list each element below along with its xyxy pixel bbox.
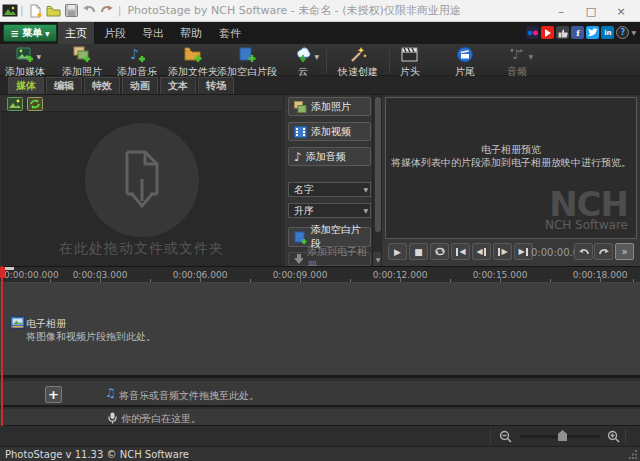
expand-button[interactable]: » [615, 243, 634, 260]
dropdown-arrow-icon[interactable]: ▼ [631, 29, 636, 36]
add-photos-icon [73, 46, 91, 67]
add-media-button[interactable]: ▼ 添加媒体 [0, 45, 50, 75]
redo-button[interactable] [594, 243, 613, 260]
zoom-in-icon [607, 430, 620, 443]
outro-clip-button[interactable]: 片尾 [449, 45, 481, 75]
stop-button[interactable]: ■ [409, 243, 428, 260]
tab-media[interactable]: 媒体 [8, 77, 44, 94]
music-note-icon: ♪ [294, 151, 302, 163]
quick-create-button[interactable]: 快速创建 [332, 45, 384, 75]
prev-icon: ◀ [459, 247, 465, 256]
maximize-button[interactable]: □ [576, 0, 606, 22]
cloud-button[interactable]: ▼ 云 [286, 45, 320, 75]
menu-button-label: 菜单 [22, 26, 42, 40]
minimize-button[interactable]: – [546, 0, 576, 22]
new-project-icon[interactable] [27, 3, 44, 19]
add-audio-track-button[interactable]: + [45, 386, 62, 403]
slideshow-track-title: 电子相册 [26, 317, 66, 331]
timeline-ruler[interactable]: 0:00:00.000 0:00:03.000 0:00:06.000 0:00… [0, 266, 640, 283]
add-audio-side-button[interactable]: ♪ 添加音频 [288, 147, 371, 166]
step-forward-button[interactable]: ▶ [493, 243, 512, 260]
ribbon-tab-suite[interactable]: 套件 [215, 22, 245, 44]
narration-track-hint: 你的旁白在这里。 [121, 412, 201, 426]
add-blank-clip-button[interactable]: 添加空白片段 [212, 45, 282, 75]
ribbon-tab-clips[interactable]: 片段 [100, 22, 130, 44]
ribbon-tab-help[interactable]: 帮助 [176, 22, 206, 44]
window-title: PhotoStage by NCH Software - 未命名 - (未授权)… [127, 3, 460, 18]
dropdown-arrow-icon: ▼ [528, 53, 533, 60]
add-blank-clip-icon [238, 46, 256, 67]
zoom-in-button[interactable] [604, 429, 622, 444]
like-icon[interactable] [556, 26, 569, 39]
toolbar-separator [389, 48, 390, 73]
hamburger-icon: ≡ [10, 28, 18, 39]
help-icon[interactable]: ? [616, 26, 629, 39]
add-photos-button[interactable]: 添加照片 [57, 45, 107, 75]
add-music-button[interactable]: ♪ 添加音乐 [112, 45, 162, 75]
intro-clip-button[interactable]: 片头 [394, 45, 426, 75]
ruler-tick [150, 279, 151, 282]
play-button[interactable]: ▶ [388, 243, 407, 260]
scrollbar-thumb[interactable] [375, 97, 381, 232]
menu-bar: ≡ 菜单 ▼ 主页 片段 导出 帮助 套件 f in ? ▼ [0, 22, 640, 44]
playback-bar: ▶ ■ ◀ ◀ ▶ ▶ 0:00:00.000 » [382, 239, 640, 266]
linkedin-icon[interactable]: in [601, 26, 614, 39]
add-media-icon: ▼ [16, 46, 34, 67]
add-video-side-button[interactable]: 添加视频 [288, 122, 371, 141]
facebook-icon[interactable]: f [571, 26, 584, 39]
app-icon [1, 3, 18, 19]
playhead-line[interactable] [1, 266, 3, 426]
main-toolbar: ▼ 添加媒体 添加照片 ♪ 添加音乐 添加文件夹 添加空白片段 [0, 44, 640, 76]
narration-track[interactable]: 你的旁白在这里。 [0, 409, 640, 426]
sort-order-select[interactable]: 升序 ▼ [288, 203, 371, 218]
close-button[interactable]: × [606, 0, 636, 22]
step-back-button[interactable]: ◀ [472, 243, 491, 260]
ruler-tick [250, 279, 251, 282]
loop-button[interactable] [430, 243, 449, 260]
open-project-icon[interactable] [45, 3, 62, 19]
add-photos-side-button[interactable]: 添加照片 [288, 97, 371, 116]
tab-text[interactable]: 文本 [160, 77, 196, 94]
youtube-icon[interactable] [541, 26, 554, 39]
ribbon-tab-home[interactable]: 主页 [58, 22, 94, 44]
ruler-tick [550, 279, 551, 282]
undo-button[interactable] [574, 243, 593, 260]
tab-animation[interactable]: 动画 [122, 77, 158, 94]
sort-by-select[interactable]: 名字 ▼ [288, 182, 371, 197]
ruler-tick [500, 277, 501, 282]
save-icon[interactable] [63, 3, 80, 19]
workspace-tab-bar: 媒体 编辑 特效 动画 文本 转场 [0, 76, 640, 95]
tab-edit[interactable]: 编辑 [46, 77, 82, 94]
dropzone-hint: 在此处拖动文件或文件夹 [1, 240, 282, 258]
photos-icon [294, 101, 307, 113]
separator: | [118, 4, 122, 17]
zoom-out-button[interactable] [496, 429, 514, 444]
skip-start-button[interactable]: ◀ [451, 243, 470, 260]
title-bar: | | PhotoStage by NCH Software - 未命名 - (… [0, 0, 640, 22]
media-dropzone[interactable]: 在此处拖动文件或文件夹 [1, 111, 282, 266]
audio-icon: ♪ ▼ [508, 46, 526, 67]
thumbnail-view-icon[interactable] [7, 96, 23, 110]
refresh-media-icon[interactable] [27, 96, 43, 110]
slideshow-track[interactable]: 电子相册 将图像和视频片段拖到此处。 [0, 283, 640, 378]
undo-icon[interactable] [81, 3, 98, 19]
separator: | [20, 4, 24, 17]
zoom-out-icon [499, 430, 512, 443]
blank-clip-icon [294, 231, 307, 244]
audio-track[interactable]: + ♫ 将音乐或音频文件拖拽至此处。 [0, 381, 640, 407]
version-text: PhotoStage v 11.33 © NCH Software [5, 449, 189, 460]
flickr-icon[interactable] [526, 26, 539, 39]
step-back-icon: ◀ [476, 247, 482, 256]
tab-transitions[interactable]: 转场 [198, 77, 234, 94]
playhead-marker[interactable] [0, 267, 5, 278]
resize-grip-icon[interactable] [629, 450, 638, 459]
menu-button[interactable]: ≡ 菜单 ▼ [3, 24, 57, 42]
add-blank-clip-side-button[interactable]: 添加空白片段 [288, 227, 371, 247]
dropdown-arrow-icon: ▼ [314, 53, 319, 60]
separator [625, 429, 626, 444]
music-note-icon: ♫ [105, 386, 116, 400]
twitter-icon[interactable] [586, 26, 599, 39]
ribbon-tab-export[interactable]: 导出 [138, 22, 168, 44]
tab-effects[interactable]: 特效 [84, 77, 120, 94]
redo-icon[interactable] [99, 3, 116, 19]
